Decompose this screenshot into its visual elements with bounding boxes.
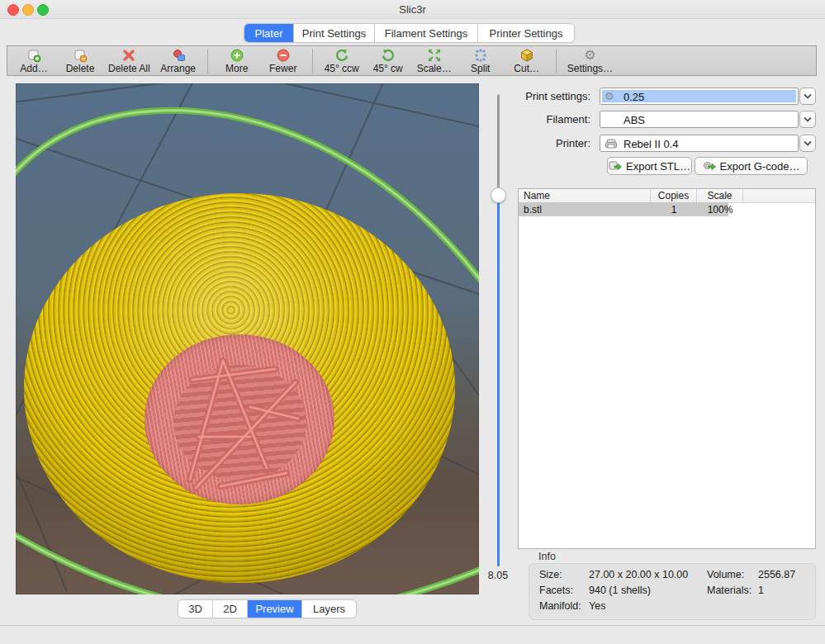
status-bar-divider — [0, 625, 825, 626]
column-name[interactable]: Name — [519, 189, 651, 202]
printer-icon — [605, 137, 618, 150]
toolbar-separator — [207, 49, 208, 73]
column-scale[interactable]: Scale — [697, 189, 743, 202]
print-settings-value: 0.25 — [623, 91, 644, 103]
cut-button[interactable]: Cut… — [504, 46, 550, 76]
filament-value: ABS — [623, 114, 645, 126]
layer-slider-thumb[interactable] — [491, 187, 506, 203]
info-panel: Size: 27.00 x 20.00 x 10.00 Volume: 2556… — [529, 563, 816, 620]
preview-3d-canvas[interactable] — [16, 83, 479, 594]
cut-label: Cut… — [514, 64, 539, 74]
view-tab-bar: 3D 2D Preview Layers — [178, 599, 357, 618]
toolbar-separator — [312, 49, 313, 73]
printer-label: Printer: — [495, 137, 590, 149]
size-label: Size: — [539, 569, 589, 585]
object-list-header: Name Copies Scale — [519, 189, 815, 203]
toolbar-separator — [556, 49, 557, 73]
fewer-button[interactable]: Fewer — [260, 46, 306, 76]
filament-label: Filament: — [495, 113, 590, 125]
cell-copies: 1 — [651, 202, 697, 216]
export-gear-icon — [703, 160, 716, 172]
title-bar: Slic3r — [0, 0, 825, 19]
window-title: Slic3r — [0, 3, 825, 16]
split-button[interactable]: Split — [458, 46, 504, 76]
infill-top-disc — [145, 334, 334, 504]
size-value: 27.00 x 20.00 x 10.00 — [589, 569, 707, 585]
chevron-down-icon — [804, 140, 812, 146]
export-stl-label: Export STL… — [626, 160, 690, 173]
filament-dropdown-button[interactable] — [799, 111, 816, 128]
object-list[interactable]: Name Copies Scale b.stl 1 100% — [518, 188, 816, 549]
cell-scale: 100% — [697, 202, 743, 216]
print-settings-label: Print settings: — [495, 90, 590, 102]
plater-toolbar: Add… Delete Delete All Arrange More — [7, 45, 817, 76]
infill-struts — [145, 334, 334, 504]
settings-button[interactable]: ⚙ Settings… — [562, 46, 618, 76]
tab-print-settings[interactable]: Print Settings — [294, 24, 375, 42]
add-button[interactable]: Add… — [11, 46, 57, 76]
rotate-cw-label: 45° cw — [373, 64, 403, 74]
print-settings-dropdown-button[interactable] — [799, 88, 816, 105]
gear-icon: ⚙ — [584, 48, 595, 63]
main-tab-bar: Plater Print Settings Filament Settings … — [244, 23, 575, 43]
rotate-cw-button[interactable]: 45° cw — [365, 46, 411, 76]
printer-combo[interactable]: Rebel II 0.4 — [600, 135, 799, 152]
materials-value: 1 — [758, 585, 795, 600]
tab-printer-settings[interactable]: Printer Settings — [478, 24, 574, 42]
export-stl-button[interactable]: Export STL… — [607, 157, 692, 175]
add-package-icon — [26, 48, 42, 63]
column-filler — [743, 189, 815, 202]
delete-label: Delete — [66, 64, 95, 74]
export-box-icon — [609, 160, 622, 172]
chevron-down-icon — [804, 116, 812, 122]
print-settings-combo[interactable]: ⚙ 0.25 — [600, 88, 799, 105]
arrange-button[interactable]: Arrange — [155, 46, 202, 76]
printer-dropdown-button[interactable] — [799, 135, 816, 152]
printer-value: Rebel II 0.4 — [623, 138, 679, 150]
tab-filament-settings[interactable]: Filament Settings — [375, 24, 478, 42]
scale-label: Scale… — [417, 64, 452, 74]
layer-slider-value: 8.05 — [481, 570, 514, 581]
cut-cube-icon — [519, 48, 534, 63]
chevron-down-icon — [804, 93, 812, 99]
export-gcode-label: Export G-code… — [720, 160, 800, 173]
rotate-ccw-icon — [334, 48, 349, 63]
fewer-label: Fewer — [269, 64, 296, 74]
settings-label: Settings… — [567, 64, 613, 74]
export-gcode-button[interactable]: Export G-code… — [695, 157, 808, 175]
green-plus-circle-icon — [230, 48, 244, 63]
manifold-label: Manifold: — [539, 600, 589, 616]
tab-preview[interactable]: Preview — [248, 600, 302, 618]
filament-combo[interactable]: ABS — [600, 111, 799, 128]
split-dots-icon — [473, 48, 488, 63]
volume-value: 2556.87 — [758, 569, 795, 585]
delete-all-label: Delete All — [108, 64, 150, 74]
scale-button[interactable]: Scale… — [411, 46, 458, 76]
rotate-ccw-label: 45° ccw — [325, 64, 359, 74]
delete-all-button[interactable]: Delete All — [103, 46, 155, 76]
gear-icon: ⚙ — [605, 90, 614, 103]
tab-3d[interactable]: 3D — [178, 600, 213, 618]
column-copies[interactable]: Copies — [651, 189, 697, 202]
sliced-model-large-dome[interactable] — [24, 193, 455, 583]
tab-layers[interactable]: Layers — [302, 600, 356, 618]
tab-plater[interactable]: Plater — [244, 24, 294, 42]
more-label: More — [225, 64, 248, 74]
arrange-objects-icon — [170, 48, 187, 63]
volume-label: Volume: — [707, 569, 758, 585]
more-button[interactable]: More — [214, 46, 260, 76]
rotate-ccw-button[interactable]: 45° ccw — [319, 46, 365, 76]
materials-label: Materials: — [707, 585, 758, 600]
delete-button[interactable]: Delete — [57, 46, 103, 76]
facets-label: Facets: — [539, 585, 589, 600]
add-label: Add… — [20, 64, 47, 74]
red-x-icon — [121, 48, 136, 63]
facets-value: 940 (1 shells) — [589, 585, 707, 600]
table-row[interactable]: b.stl 1 100% — [519, 202, 815, 216]
delete-package-icon — [72, 48, 88, 63]
manifold-value: Yes — [589, 600, 707, 616]
tab-2d[interactable]: 2D — [213, 600, 248, 618]
layer-slider-track-lower[interactable] — [497, 195, 500, 566]
split-label: Split — [471, 64, 490, 74]
scale-arrows-icon — [427, 48, 442, 63]
